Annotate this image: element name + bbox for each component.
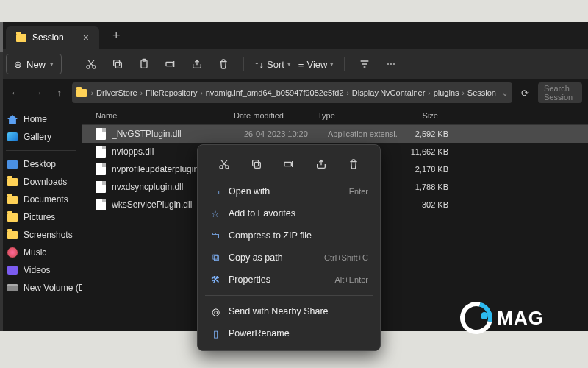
close-tab-icon[interactable]: × — [83, 32, 89, 43]
separator — [71, 57, 71, 71]
toolbar: ⊕ New ▾ ↑↓Sort▾ ≡View▾ ⋯ — [0, 49, 588, 79]
sort-button[interactable]: ↑↓Sort▾ — [253, 59, 293, 70]
breadcrumb[interactable]: Session — [467, 88, 496, 97]
file-icon — [96, 163, 106, 175]
share-button[interactable] — [186, 53, 208, 75]
column-headers: Name Date modified Type Size — [82, 106, 588, 125]
tab-session[interactable]: Session × — [6, 26, 99, 49]
ctx-powerrename[interactable]: ▯PowerRename — [204, 322, 374, 344]
breadcrumb[interactable]: DriverStore› — [96, 88, 143, 97]
folder-icon — [7, 177, 18, 187]
drive-icon — [7, 283, 18, 293]
video-icon — [7, 265, 18, 275]
zip-icon: 🗀 — [209, 230, 221, 241]
new-button[interactable]: ⊕ New ▾ — [6, 54, 62, 74]
chevron-right-icon: › — [91, 89, 93, 97]
separator — [243, 57, 244, 71]
chevron-down-icon: ▾ — [287, 60, 291, 68]
sidebar-item-documents[interactable]: Documents — [0, 191, 82, 208]
folder-icon — [16, 34, 26, 42]
paste-button[interactable] — [133, 53, 155, 75]
ellipsis-icon: ⋯ — [387, 59, 395, 69]
folder-icon — [76, 89, 87, 97]
breadcrumb[interactable]: plugins› — [434, 88, 465, 97]
file-icon — [96, 146, 106, 158]
svg-rect-6 — [166, 62, 173, 66]
sidebar-item-drive[interactable]: New Volume (D› — [0, 279, 82, 297]
tab-bar: Session × + — [0, 22, 588, 49]
sort-icon: ↑↓ — [254, 59, 264, 70]
search-input[interactable]: Search Session — [538, 82, 582, 103]
sidebar-item-music[interactable]: Music — [0, 244, 82, 261]
file-icon — [96, 181, 106, 193]
sidebar-divider — [6, 150, 76, 151]
col-date[interactable]: Date modified — [234, 111, 318, 120]
svg-rect-10 — [253, 160, 259, 166]
svg-rect-2 — [115, 62, 121, 68]
delete-button[interactable] — [212, 53, 234, 75]
context-divider — [205, 295, 373, 296]
file-icon — [96, 199, 106, 210]
sidebar-item-downloads[interactable]: Downloads — [0, 173, 82, 191]
address-bar[interactable]: › DriverStore› FileRepository› nvamig.in… — [72, 82, 512, 103]
ctx-share-button[interactable] — [311, 154, 331, 174]
sidebar-item-home[interactable]: Home — [0, 110, 82, 128]
sidebar-item-gallery[interactable]: Gallery — [0, 128, 82, 146]
music-icon — [7, 247, 18, 258]
sidebar-item-pictures[interactable]: Pictures — [0, 208, 82, 226]
desktop-icon — [7, 159, 18, 169]
refresh-button[interactable]: ⟳ — [521, 88, 529, 99]
chevron-down-icon[interactable]: ⌄ — [502, 89, 508, 97]
chevron-down-icon: ▾ — [50, 60, 54, 68]
col-size[interactable]: Size — [387, 111, 438, 120]
breadcrumb[interactable]: Display.NvContainer› — [352, 88, 431, 97]
ctx-properties[interactable]: 🛠PropertiesAlt+Enter — [204, 269, 374, 291]
separator — [344, 57, 345, 71]
up-button[interactable]: ↑ — [50, 87, 69, 99]
new-label: New — [26, 59, 46, 70]
folder-icon — [7, 212, 18, 222]
ctx-rename-button[interactable] — [279, 154, 299, 174]
ctx-delete-button[interactable] — [343, 154, 364, 174]
address-row: ← → ↑ › DriverStore› FileRepository› nva… — [0, 79, 588, 106]
forward-button[interactable]: → — [28, 87, 47, 99]
view-icon: ≡ — [298, 59, 304, 70]
filter-button[interactable] — [354, 53, 376, 75]
sidebar-item-screenshots[interactable]: Screenshots — [0, 226, 82, 244]
chevron-down-icon: ▾ — [330, 60, 334, 68]
new-tab-button[interactable]: + — [112, 28, 121, 43]
open-icon: ▭ — [209, 185, 221, 197]
sidebar-scrollbar[interactable] — [0, 106, 3, 331]
plus-icon: ⊕ — [14, 59, 22, 70]
star-icon: ☆ — [209, 208, 221, 219]
ctx-nearby-share[interactable]: ◎Send with Nearby Share — [204, 300, 374, 322]
gallery-icon — [7, 132, 18, 142]
ctx-copy-button[interactable] — [246, 154, 267, 174]
path-icon: ⧉ — [209, 252, 221, 263]
file-icon — [96, 128, 106, 140]
ctx-cut-button[interactable] — [214, 154, 234, 174]
home-icon — [7, 114, 18, 124]
props-icon: 🛠 — [209, 274, 221, 286]
breadcrumb[interactable]: FileRepository› — [146, 88, 203, 97]
col-name[interactable]: Name — [96, 111, 234, 120]
sidebar-item-desktop[interactable]: Desktop — [0, 155, 82, 173]
folder-icon — [7, 194, 18, 205]
ctx-compress-zip[interactable]: 🗀Compress to ZIP file — [204, 224, 374, 247]
rename-button[interactable] — [159, 53, 182, 75]
col-type[interactable]: Type — [318, 111, 387, 120]
ctx-add-favorites[interactable]: ☆Add to Favorites — [204, 202, 374, 224]
cut-button[interactable] — [80, 53, 102, 75]
file-row[interactable]: _NvGSTPlugin.dll26-04-2023 10:20Applicat… — [82, 125, 588, 143]
context-menu: ▭Open withEnter ☆Add to Favorites 🗀Compr… — [197, 144, 381, 351]
tab-title: Session — [32, 32, 64, 43]
sidebar-item-videos[interactable]: Videos — [0, 261, 82, 279]
breadcrumb[interactable]: nvamig.inf_amd64_b05947f9052e5fd2› — [206, 88, 349, 97]
copy-button[interactable] — [107, 53, 129, 75]
ctx-open-with[interactable]: ▭Open withEnter — [204, 180, 374, 202]
back-button[interactable]: ← — [6, 87, 25, 99]
rename-icon: ▯ — [209, 328, 221, 339]
more-button[interactable]: ⋯ — [380, 53, 402, 75]
view-button[interactable]: ≡View▾ — [297, 59, 336, 70]
ctx-copy-path[interactable]: ⧉Copy as pathCtrl+Shift+C — [204, 247, 374, 269]
